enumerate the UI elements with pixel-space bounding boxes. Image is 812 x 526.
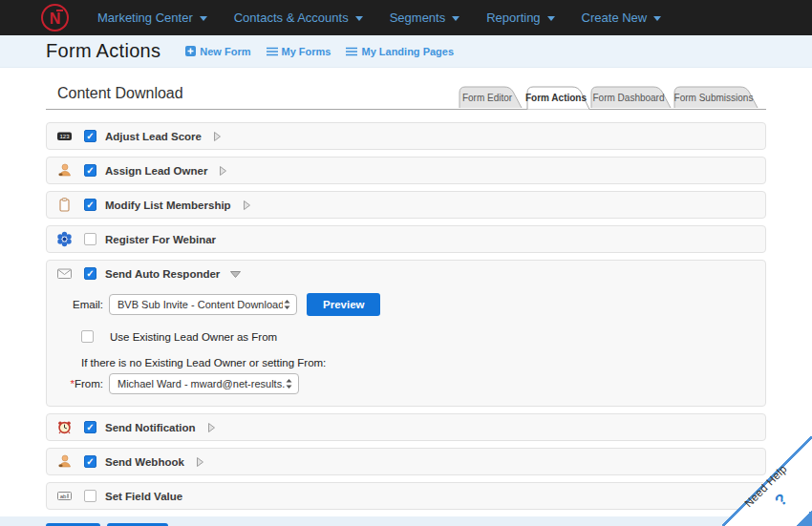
action-checkbox[interactable] bbox=[84, 199, 96, 211]
tab-form-actions[interactable]: Form Actions bbox=[525, 87, 589, 110]
from-row: *From: Michael Ward - mward@net-results.… bbox=[56, 373, 756, 394]
expand-right-icon[interactable] bbox=[240, 199, 253, 212]
new-form-link[interactable]: New Form bbox=[185, 46, 250, 57]
link-label: New Form bbox=[200, 46, 250, 57]
text-field-icon: ab bbox=[56, 488, 73, 504]
action-row-register-for-webinar: Register For Webinar bbox=[46, 225, 766, 253]
email-select[interactable]: BVB Sub Invite - Content Downloads bbox=[109, 294, 297, 315]
action-label: Assign Lead Owner bbox=[105, 165, 207, 177]
envelope-icon bbox=[56, 265, 73, 282]
tab-form-dashboard[interactable]: Form Dashboard bbox=[591, 87, 671, 108]
top-nav-bar: N Marketing Center Contacts & Accounts S… bbox=[0, 0, 812, 35]
expand-right-icon[interactable] bbox=[216, 164, 229, 178]
link-label: My Forms bbox=[282, 46, 331, 57]
action-checkbox[interactable] bbox=[84, 455, 96, 468]
chevron-down-icon bbox=[653, 16, 661, 21]
action-checkbox[interactable] bbox=[84, 130, 96, 142]
preview-button[interactable]: Preview bbox=[307, 293, 380, 316]
my-forms-link[interactable]: My Forms bbox=[267, 46, 331, 57]
action-row-send-auto-responder: Send Auto Responder Email: BVB Sub Invit… bbox=[46, 260, 766, 407]
action-checkbox[interactable] bbox=[84, 421, 96, 433]
main-content: Content Download Form Editor Form Dashbo… bbox=[0, 68, 812, 516]
logo-macron-bar bbox=[56, 10, 63, 11]
use-existing-owner-checkbox[interactable] bbox=[81, 330, 94, 343]
nav-item-segments[interactable]: Segments bbox=[376, 0, 474, 35]
nav-item-label: Create New bbox=[582, 11, 648, 25]
cancel-button[interactable]: Cancel bbox=[107, 523, 168, 526]
collapse-down-icon[interactable] bbox=[228, 267, 243, 281]
list-icon bbox=[267, 47, 278, 56]
action-checkbox[interactable] bbox=[84, 164, 96, 177]
chevron-down-icon bbox=[355, 16, 363, 21]
use-existing-owner-row: Use Existing Lead Owner as From bbox=[81, 330, 756, 343]
email-select-value: BVB Sub Invite - Content Downloads bbox=[110, 299, 283, 310]
nav-item-create-new[interactable]: Create New bbox=[568, 0, 675, 35]
nav-item-label: Marketing Center bbox=[97, 11, 193, 25]
tab-strip: Form Editor Form Dashboard Form Submissi… bbox=[453, 84, 766, 110]
tab-form-editor[interactable]: Form Editor bbox=[459, 87, 522, 108]
action-label: Register For Webinar bbox=[105, 234, 216, 245]
action-label: Adjust Lead Score bbox=[105, 131, 202, 142]
action-label: Send Auto Responder bbox=[105, 268, 220, 280]
plus-square-icon bbox=[185, 46, 196, 56]
lead-score-icon: 123 bbox=[56, 128, 73, 144]
svg-text:Form Actions: Form Actions bbox=[525, 93, 588, 103]
chevron-down-icon bbox=[200, 16, 207, 21]
action-checkbox[interactable] bbox=[84, 233, 96, 245]
action-list: 123 Adjust Lead Score bbox=[46, 122, 766, 510]
corner-triangle bbox=[796, 510, 812, 526]
nav-item-reporting[interactable]: Reporting bbox=[473, 0, 567, 35]
action-row-modify-list-membership: Modify List Membership bbox=[46, 191, 766, 219]
from-select[interactable]: Michael Ward - mward@net-results.com bbox=[109, 373, 299, 394]
svg-text:ab: ab bbox=[60, 494, 67, 499]
logo-letter: N bbox=[50, 11, 61, 27]
nav-item-label: Segments bbox=[390, 11, 446, 25]
list-icon bbox=[346, 47, 357, 56]
page-title: Content Download bbox=[57, 85, 183, 102]
select-stepper-icon bbox=[285, 377, 293, 390]
use-existing-owner-label: Use Existing Lead Owner as From bbox=[110, 331, 277, 343]
action-row-send-webhook: Send Webhook bbox=[46, 448, 766, 475]
fallback-note: If there is no Existing Lead Owner or se… bbox=[81, 357, 756, 368]
expand-right-icon[interactable] bbox=[210, 130, 224, 143]
action-row-send-notification: Send Notification bbox=[46, 413, 766, 441]
nav-item-contacts-accounts[interactable]: Contacts & Accounts bbox=[221, 0, 376, 35]
webinar-flower-icon bbox=[56, 231, 73, 247]
clipboard-icon bbox=[56, 197, 73, 213]
need-help-widget[interactable]: Need Help ? bbox=[722, 436, 812, 526]
footer-bar: Save Cancel bbox=[0, 516, 812, 526]
action-label: Set Field Value bbox=[105, 491, 182, 502]
save-button[interactable]: Save bbox=[46, 523, 100, 526]
action-checkbox[interactable] bbox=[84, 267, 96, 280]
action-checkbox[interactable] bbox=[84, 490, 96, 502]
person-icon bbox=[56, 162, 73, 179]
nav-item-marketing-center[interactable]: Marketing Center bbox=[84, 0, 221, 35]
my-landing-pages-link[interactable]: My Landing Pages bbox=[346, 46, 454, 57]
section-title: Form Actions bbox=[46, 40, 160, 62]
tab-form-submissions[interactable]: Form Submissions bbox=[674, 87, 758, 108]
nav-item-label: Contacts & Accounts bbox=[234, 11, 349, 25]
select-stepper-icon bbox=[283, 298, 291, 311]
action-row-assign-lead-owner: Assign Lead Owner bbox=[46, 157, 766, 184]
auto-responder-details: Email: BVB Sub Invite - Content Download… bbox=[56, 286, 756, 406]
from-label: *From: bbox=[56, 378, 103, 389]
person-icon bbox=[56, 453, 73, 470]
svg-text:Form Submissions: Form Submissions bbox=[674, 93, 754, 103]
action-label: Modify List Membership bbox=[105, 200, 231, 211]
svg-text:Form Editor: Form Editor bbox=[462, 93, 513, 103]
from-select-value: Michael Ward - mward@net-results.com bbox=[110, 378, 285, 389]
chevron-down-icon bbox=[452, 16, 459, 21]
svg-text:123: 123 bbox=[59, 134, 70, 139]
action-row-adjust-lead-score: 123 Adjust Lead Score bbox=[46, 122, 766, 150]
expand-right-icon[interactable] bbox=[193, 455, 206, 469]
app-window: N Marketing Center Contacts & Accounts S… bbox=[0, 0, 812, 526]
net-results-logo[interactable]: N bbox=[41, 4, 69, 32]
email-row: Email: BVB Sub Invite - Content Download… bbox=[56, 293, 756, 316]
alarm-clock-icon bbox=[56, 419, 73, 435]
chevron-down-icon bbox=[547, 16, 555, 21]
action-label: Send Notification bbox=[105, 422, 196, 433]
expand-right-icon[interactable] bbox=[204, 421, 218, 434]
nav-item-label: Reporting bbox=[486, 11, 540, 25]
header-links: New Form My Forms My Landing Pages bbox=[185, 46, 454, 57]
question-mark-icon: ? bbox=[771, 490, 791, 510]
